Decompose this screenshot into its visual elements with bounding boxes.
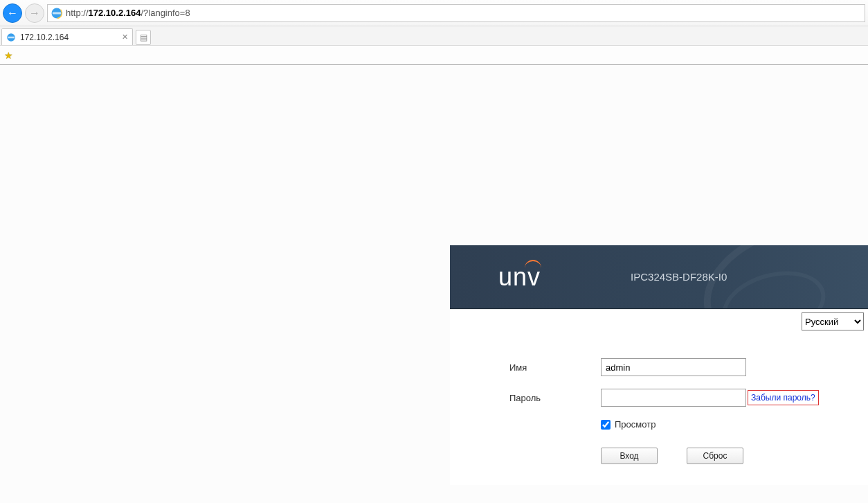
arrow-left-icon: ←	[7, 7, 18, 19]
username-input[interactable]	[601, 358, 746, 376]
username-label: Имя	[509, 362, 601, 373]
url-text: http://172.10.2.164/?langinfo=8	[66, 8, 190, 18]
username-row: Имя	[509, 358, 840, 376]
login-body: Русский Имя Пароль Забыли пароль? Просмо…	[450, 309, 868, 485]
new-tab-button[interactable]: ▤	[136, 30, 151, 45]
new-tab-icon: ▤	[140, 33, 147, 42]
tab-title: 172.10.2.164	[20, 33, 69, 42]
tab-row: 172.10.2.164 ✕ ▤	[0, 26, 868, 46]
login-header: unv IPC324SB-DF28K-I0	[450, 245, 868, 309]
device-model: IPC324SB-DF28K-I0	[631, 271, 727, 283]
reset-button[interactable]: Сброс	[687, 448, 743, 464]
back-button[interactable]: ←	[3, 3, 22, 23]
close-tab-icon[interactable]: ✕	[122, 33, 128, 42]
login-form: Имя Пароль Забыли пароль? Просмотр Вход …	[450, 330, 868, 485]
forgot-password-link[interactable]: Забыли пароль?	[748, 390, 819, 405]
favorites-star-icon[interactable]: ★	[4, 50, 13, 61]
password-input[interactable]	[601, 389, 746, 407]
login-panel: unv IPC324SB-DF28K-I0 Русский Имя Пароль…	[450, 245, 868, 485]
address-bar[interactable]: http://172.10.2.164/?langinfo=8	[47, 4, 865, 22]
button-row: Вход Сброс	[601, 448, 840, 464]
live-view-row: Просмотр	[601, 419, 840, 430]
browser-tab[interactable]: 172.10.2.164 ✕	[1, 28, 133, 45]
language-select[interactable]: Русский	[802, 312, 864, 330]
arrow-right-icon: →	[29, 7, 40, 19]
logo-arc-icon	[525, 260, 541, 268]
live-view-label: Просмотр	[615, 419, 655, 430]
browser-chrome: ← → http://172.10.2.164/?langinfo=8 172.…	[0, 0, 868, 65]
password-row: Пароль Забыли пароль?	[509, 389, 840, 407]
page-body: unv IPC324SB-DF28K-I0 Русский Имя Пароль…	[0, 65, 868, 503]
brand-logo: unv	[498, 263, 541, 292]
forward-button: →	[25, 3, 44, 23]
ie-icon	[6, 33, 16, 42]
ie-icon	[51, 7, 63, 19]
favorites-bar: ★	[0, 46, 868, 65]
password-label: Пароль	[509, 393, 601, 403]
nav-bar: ← → http://172.10.2.164/?langinfo=8	[0, 0, 868, 26]
language-row: Русский	[450, 310, 868, 330]
login-button[interactable]: Вход	[601, 448, 658, 464]
live-view-checkbox[interactable]	[601, 420, 611, 430]
